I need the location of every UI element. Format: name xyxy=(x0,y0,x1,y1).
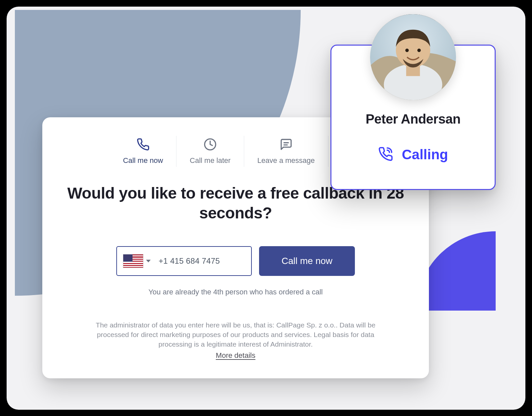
more-details-link[interactable]: More details xyxy=(62,351,409,360)
avatar xyxy=(370,14,456,100)
phone-input[interactable]: +1 415 684 7475 xyxy=(116,246,252,276)
tab-call-now[interactable]: Call me now xyxy=(110,136,176,167)
phone-calling-icon xyxy=(378,146,393,163)
canvas: Call me now Call me later Leave a messag… xyxy=(7,7,525,410)
tab-leave-message[interactable]: Leave a message xyxy=(244,136,328,167)
input-row: +1 415 684 7475 Call me now xyxy=(62,246,409,276)
tab-label: Leave a message xyxy=(257,156,315,165)
calling-card: Peter Andersan Calling xyxy=(330,45,496,190)
order-count-text: You are already the 4th person who has o… xyxy=(62,288,409,296)
tab-label: Call me later xyxy=(190,156,230,165)
tab-call-later[interactable]: Call me later xyxy=(176,136,244,167)
legal-text: The administrator of data you enter here… xyxy=(62,320,409,349)
svg-point-7 xyxy=(405,49,409,52)
caller-name: Peter Andersan xyxy=(365,112,460,127)
phone-value: +1 415 684 7475 xyxy=(159,256,220,266)
tab-label: Call me now xyxy=(123,156,163,165)
svg-point-8 xyxy=(417,49,421,52)
call-me-now-button[interactable]: Call me now xyxy=(259,246,355,276)
calling-status-row: Calling xyxy=(378,146,448,163)
calling-status: Calling xyxy=(402,147,448,163)
clock-icon xyxy=(204,138,217,152)
phone-icon xyxy=(136,138,150,152)
us-flag-icon xyxy=(123,254,143,268)
message-icon xyxy=(280,138,293,152)
chevron-down-icon[interactable] xyxy=(146,260,151,262)
